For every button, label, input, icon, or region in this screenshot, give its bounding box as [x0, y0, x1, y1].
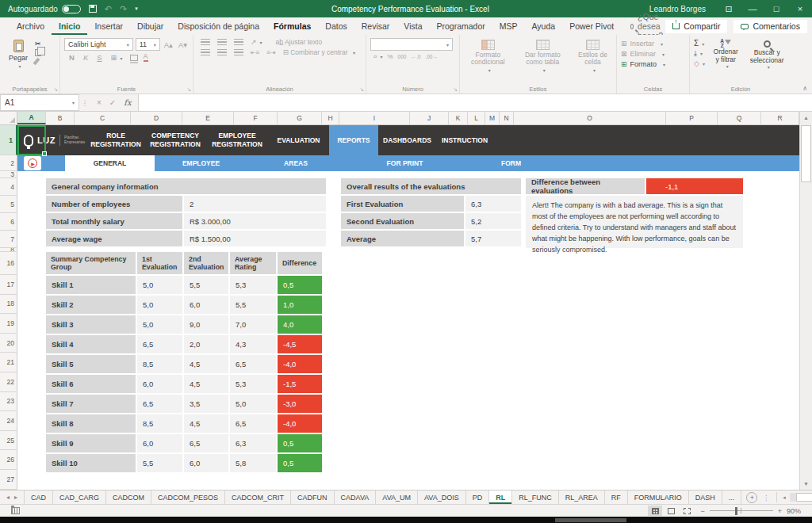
sheet-tab--[interactable]: ...: [722, 491, 742, 504]
align-bottom-icon[interactable]: [234, 39, 243, 45]
row-header-2[interactable]: 2: [0, 155, 17, 171]
italic-button[interactable]: K: [82, 53, 90, 62]
format-as-table-button[interactable]: Dar formato como tabla▾: [515, 38, 570, 74]
row-header-26[interactable]: 26: [0, 450, 17, 470]
increase-indent-icon[interactable]: ≡⇥: [266, 49, 275, 56]
conditional-formatting-button[interactable]: Formato condicional▾: [464, 38, 512, 74]
row-header-24[interactable]: 24: [0, 411, 17, 431]
menu-tab-archivo[interactable]: Archivo: [10, 17, 52, 35]
undo-button[interactable]: ↶: [105, 4, 112, 14]
zoom-slider-thumb[interactable]: [735, 507, 737, 515]
decrease-decimal-icon[interactable]: .00→: [425, 54, 438, 59]
column-header-g[interactable]: G: [278, 112, 322, 124]
column-headers[interactable]: ABCDEFGHIJKLMNOPQR: [0, 112, 799, 125]
menu-tab-dibujar[interactable]: Dibujar: [130, 17, 170, 35]
row-header-18[interactable]: 18: [0, 295, 17, 315]
cell-styles-button[interactable]: Estilos de celda▾: [573, 38, 612, 74]
format-cells-button[interactable]: ⊞Formato▾: [621, 60, 685, 68]
increase-font-icon[interactable]: A▴: [163, 40, 174, 49]
sheet-tab-cadfun[interactable]: CADFUN: [291, 491, 335, 504]
row-header-3[interactable]: 3: [0, 171, 17, 178]
sheet-tab-cadcom-pesos[interactable]: CADCOM_PESOS: [151, 491, 225, 504]
sheet-tab-cad-carg[interactable]: CAD_CARG: [53, 491, 106, 504]
find-select-button[interactable]: Buscar y seleccionar▾: [746, 38, 787, 71]
row-header-17[interactable]: 17: [0, 275, 17, 295]
menu-tab-ayuda[interactable]: Ayuda: [525, 17, 563, 35]
column-header-a[interactable]: A: [17, 112, 46, 124]
borders-icon[interactable]: ⊞▾: [109, 53, 124, 62]
worksheet[interactable]: LUZ Planilhas Empresariais ROLE REGISTRA…: [17, 125, 799, 490]
sort-filter-button[interactable]: AZ Ordenar y filtrar▾: [710, 38, 741, 71]
play-button[interactable]: ▶: [24, 156, 41, 170]
column-header-m[interactable]: M: [485, 112, 500, 124]
dialog-launcher-icon[interactable]: ↘: [54, 86, 58, 93]
insert-cells-button[interactable]: ⊞Insertar▾: [621, 40, 685, 48]
align-right-icon[interactable]: [234, 49, 243, 55]
increase-decimal-icon[interactable]: ←.0: [411, 54, 420, 59]
nav-tab-dashboards[interactable]: DASHBOARDS: [378, 125, 436, 155]
ribbon-display-options-icon[interactable]: ⊡: [717, 0, 741, 17]
formula-input[interactable]: [138, 94, 812, 111]
column-header-k[interactable]: K: [449, 112, 468, 124]
decrease-font-icon[interactable]: A▾: [177, 40, 189, 49]
sheet-tab-rl-area[interactable]: RL_AREA: [559, 491, 605, 504]
align-left-icon[interactable]: [201, 49, 210, 55]
fill-color-icon[interactable]: [130, 55, 138, 61]
subtab-form[interactable]: FORM: [465, 155, 557, 171]
menu-tab-f-rmulas[interactable]: Fórmulas: [266, 17, 318, 35]
row-headers[interactable]: 12345678161718192021222324252627: [0, 125, 17, 490]
sheet-tab-rf[interactable]: RF: [605, 491, 628, 504]
column-header-q[interactable]: Q: [718, 112, 761, 124]
orientation-icon[interactable]: ↗▾: [251, 38, 262, 46]
column-header-c[interactable]: C: [75, 112, 131, 124]
column-header-r[interactable]: R: [761, 112, 799, 124]
subtab-general[interactable]: GENERAL: [65, 155, 155, 171]
number-format-select[interactable]: ▾: [370, 38, 453, 51]
sheet-tab-cadcom-crit[interactable]: CADCOM_CRIT: [225, 491, 291, 504]
row-header-5[interactable]: 5: [0, 196, 17, 213]
nav-tab-instruction[interactable]: INSTRUCTION: [436, 125, 493, 155]
column-header-p[interactable]: P: [666, 112, 718, 124]
column-header-j[interactable]: J: [410, 112, 449, 124]
vertical-scrollbar[interactable]: ▲ ▼: [799, 112, 812, 490]
align-center-icon[interactable]: [217, 49, 227, 55]
insert-function-icon[interactable]: fx: [124, 98, 131, 107]
delete-cells-button[interactable]: ⊠Eliminar▾: [621, 50, 685, 58]
dialog-launcher-icon[interactable]: ↘: [454, 86, 458, 93]
font-color-icon[interactable]: A: [144, 53, 148, 62]
page-break-view-button[interactable]: [680, 506, 694, 516]
row-header-27[interactable]: 27: [0, 470, 17, 490]
scroll-up-icon[interactable]: ▲: [800, 112, 812, 124]
comments-button[interactable]: Comentarios: [733, 20, 807, 33]
bold-button[interactable]: N: [67, 53, 76, 62]
align-top-icon[interactable]: [201, 39, 210, 45]
sheet-nav-right-icon[interactable]: ▸: [14, 494, 17, 501]
autosave-toggle[interactable]: Autoguardado: [8, 5, 81, 13]
row-header-25[interactable]: 25: [0, 431, 17, 451]
zoom-out-icon[interactable]: −: [700, 507, 704, 515]
align-middle-icon[interactable]: [217, 39, 227, 45]
row-header-6[interactable]: 6: [0, 213, 17, 231]
name-box[interactable]: A1▾: [0, 94, 79, 111]
menu-tab-revisar[interactable]: Revisar: [354, 17, 397, 35]
menu-tab-msp[interactable]: MSP: [492, 17, 525, 35]
column-header-f[interactable]: F: [234, 112, 278, 124]
column-header-d[interactable]: D: [131, 112, 182, 124]
font-name-select[interactable]: Calibri Light▾: [64, 38, 133, 51]
subtab-areas[interactable]: AREAS: [247, 155, 344, 171]
row-header-7[interactable]: 7: [0, 231, 17, 248]
percent-style-icon[interactable]: %: [387, 53, 393, 60]
close-button[interactable]: ×: [788, 0, 812, 17]
restore-button[interactable]: □: [764, 0, 788, 17]
menu-tab-disposici-n-de-p-gina[interactable]: Disposición de página: [170, 17, 266, 35]
font-size-select[interactable]: 11▾: [136, 38, 160, 51]
fill-down-icon[interactable]: ⤓▾: [694, 49, 705, 58]
macro-record-icon[interactable]: [11, 507, 20, 514]
autosum-icon[interactable]: Σ▾: [694, 39, 705, 48]
sheet-tab-rl-func[interactable]: RL_FUNC: [512, 491, 559, 504]
row-header-22[interactable]: 22: [0, 372, 17, 392]
new-sheet-button[interactable]: +: [746, 492, 757, 503]
normal-view-button[interactable]: [648, 506, 662, 516]
comma-style-icon[interactable]: 000: [398, 54, 407, 59]
sheet-tab-rl[interactable]: RL: [489, 491, 512, 504]
